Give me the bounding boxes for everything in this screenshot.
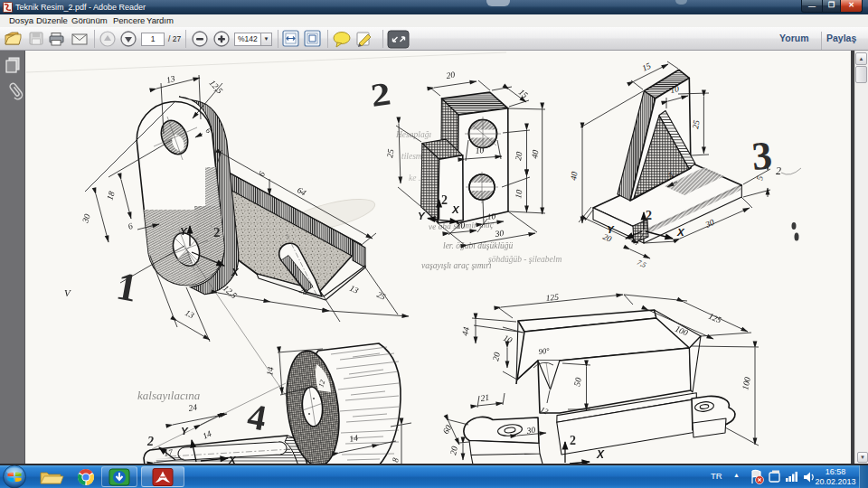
svg-text:10: 10 xyxy=(486,211,496,221)
svg-text:6: 6 xyxy=(127,221,134,231)
svg-text:15: 15 xyxy=(641,61,653,73)
svg-text:şöhdüğüb - şileabelm: şöhdüğüb - şileabelm xyxy=(488,255,561,264)
svg-text:Hesaplağı: Hesaplağı xyxy=(395,130,431,139)
svg-text:21: 21 xyxy=(480,393,490,403)
svg-text:14: 14 xyxy=(265,366,276,376)
svg-text:ler. öğubı düşüklüğü: ler. öğubı düşüklüğü xyxy=(443,241,514,250)
svg-text:3: 3 xyxy=(750,133,774,179)
svg-text:13: 13 xyxy=(348,284,360,296)
svg-text:14: 14 xyxy=(349,433,359,444)
svg-text:25: 25 xyxy=(375,290,387,302)
svg-text:18: 18 xyxy=(105,190,116,201)
svg-text:Y: Y xyxy=(607,224,615,235)
svg-text:12,5: 12,5 xyxy=(208,79,225,96)
svg-text:30: 30 xyxy=(703,218,716,230)
svg-text:vaşayışlı araç şımırı: vaşayışlı araç şımırı xyxy=(421,261,492,270)
svg-text:13: 13 xyxy=(165,74,176,85)
svg-text:X: X xyxy=(596,448,605,461)
svg-text:20: 20 xyxy=(491,352,502,362)
svg-text:7,5: 7,5 xyxy=(636,258,647,269)
svg-text:2: 2 xyxy=(146,435,154,448)
svg-text:X: X xyxy=(451,204,460,215)
svg-text:2: 2 xyxy=(776,164,781,177)
svg-text:1: 1 xyxy=(113,264,140,311)
svg-text:25: 25 xyxy=(385,148,396,158)
svg-text:2: 2 xyxy=(646,209,652,222)
svg-text:Y: Y xyxy=(180,226,188,237)
svg-text:10: 10 xyxy=(475,145,485,155)
svg-text:125: 125 xyxy=(545,293,559,303)
svg-text:40: 40 xyxy=(530,149,541,159)
svg-text:30: 30 xyxy=(80,212,92,224)
svg-text:8: 8 xyxy=(391,457,401,464)
svg-text:X: X xyxy=(231,267,240,277)
svg-text:Y: Y xyxy=(181,426,189,436)
svg-text:30: 30 xyxy=(494,229,505,239)
svg-text:60: 60 xyxy=(441,424,453,436)
svg-text:90°: 90° xyxy=(538,346,550,356)
svg-text:10: 10 xyxy=(514,189,524,199)
svg-text:13: 13 xyxy=(184,308,195,320)
svg-text:15: 15 xyxy=(517,88,530,100)
svg-text:kalsayılacına: kalsayılacına xyxy=(137,389,201,402)
svg-text:30: 30 xyxy=(525,426,536,436)
svg-text:20: 20 xyxy=(446,70,456,80)
svg-text:25: 25 xyxy=(691,119,702,129)
svg-text:X: X xyxy=(676,227,685,238)
svg-text:20: 20 xyxy=(448,446,459,456)
svg-text:100: 100 xyxy=(741,376,752,390)
svg-text:Y: Y xyxy=(418,211,426,221)
svg-text:V: V xyxy=(64,287,71,298)
svg-text:125: 125 xyxy=(707,312,722,325)
svg-text:2: 2 xyxy=(369,76,393,114)
svg-text:40: 40 xyxy=(569,171,580,181)
svg-text:14: 14 xyxy=(202,429,213,441)
svg-text:6: 6 xyxy=(257,170,267,178)
svg-text:12,5: 12,5 xyxy=(222,284,239,301)
svg-text:2: 2 xyxy=(213,225,221,239)
svg-text:20: 20 xyxy=(514,151,524,161)
svg-text:2: 2 xyxy=(570,434,576,447)
svg-text:2: 2 xyxy=(441,193,448,207)
svg-text:10: 10 xyxy=(502,333,514,345)
svg-text:24: 24 xyxy=(188,402,198,413)
svg-text:44: 44 xyxy=(460,326,471,337)
